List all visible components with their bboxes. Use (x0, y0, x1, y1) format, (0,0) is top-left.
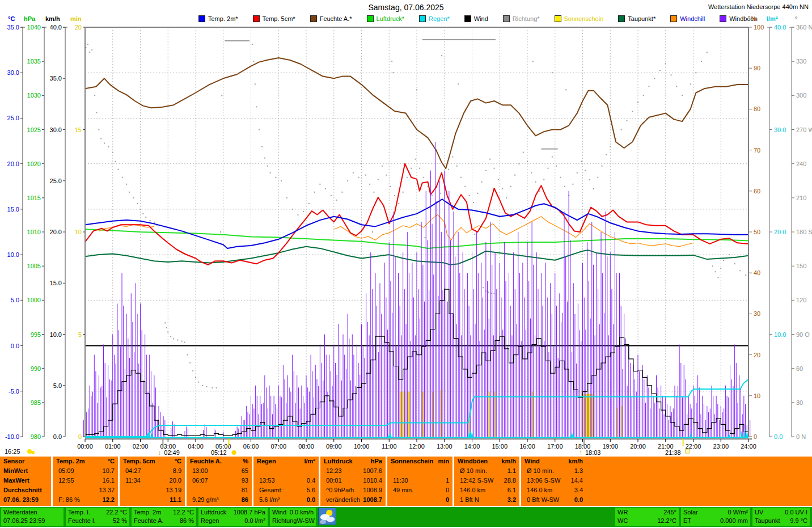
svg-text:13:00: 13:00 (437, 443, 452, 450)
svg-text:04:00: 04:00 (188, 443, 204, 450)
svg-text:21:38: 21:38 (665, 449, 681, 456)
svg-text:1000: 1000 (27, 297, 41, 303)
svg-text:-5.0: -5.0 (9, 388, 19, 395)
svg-text:1030: 1030 (27, 92, 41, 99)
svg-text:22:00: 22:00 (686, 443, 701, 450)
stats-table: SensorMinWertMaxWertDurchschnitt07.06. 2… (0, 457, 812, 506)
svg-text:20.0: 20.0 (50, 229, 62, 235)
svg-text:60: 60 (754, 188, 760, 195)
stats-row-label: MaxWert (0, 476, 51, 485)
svg-text:11:00: 11:00 (382, 443, 397, 450)
svg-text:14:00: 14:00 (464, 443, 480, 450)
svg-text:995: 995 (31, 331, 41, 338)
svg-text:35.0: 35.0 (7, 24, 19, 31)
svg-text:10: 10 (754, 392, 760, 399)
svg-text:5: 5 (78, 331, 82, 338)
svg-text:990: 990 (31, 365, 41, 372)
svg-text:10:00: 10:00 (354, 443, 370, 450)
svg-text:1020: 1020 (27, 160, 41, 167)
status-box-2: Temp. 2m12.2 °CFeuchte A.86 % (132, 508, 196, 526)
svg-text:50: 50 (754, 229, 760, 235)
stats-row-label: Durchschnitt (0, 485, 51, 495)
svg-text:30: 30 (796, 399, 803, 406)
stats-col-regen: Regenl/m²13:530.4Gesamt:5.65.6 l/m²0.0 (252, 457, 319, 506)
svg-text:20.0: 20.0 (774, 229, 786, 235)
svg-text:02:00: 02:00 (133, 443, 149, 450)
svg-text:20: 20 (754, 352, 760, 358)
svg-text:1025: 1025 (27, 126, 41, 133)
stats-col-temp-5cm: Temp. 5cm°C04:278.911:3420.013.1911.1 (118, 457, 185, 506)
svg-text:150: 150 (796, 263, 806, 269)
svg-text:1035: 1035 (27, 58, 41, 65)
svg-text:02:49: 02:49 (164, 449, 180, 456)
svg-text:↑: ↑ (579, 449, 582, 457)
weather-chart: 00:0001:0002:0003:0004:0005:0006:0007:00… (0, 0, 812, 457)
svg-text:1005: 1005 (27, 263, 41, 269)
svg-text:210: 210 (796, 195, 806, 201)
svg-text:300: 300 (796, 92, 806, 99)
svg-text:0.0: 0.0 (53, 433, 62, 440)
svg-text:15: 15 (75, 126, 82, 133)
status-box-6: Solar0 W/m²ET0.000 mm (681, 508, 750, 526)
svg-text:0.0: 0.0 (774, 433, 783, 440)
svg-text:01:00: 01:00 (105, 443, 121, 450)
svg-text:18:03: 18:03 (585, 449, 601, 456)
status-box-4: Wind0.0 km/hRichtungW-SW (270, 508, 316, 526)
svg-text:20.0: 20.0 (7, 160, 19, 167)
svg-text:07:00: 07:00 (270, 443, 286, 450)
svg-text:06:00: 06:00 (243, 443, 259, 450)
stats-row-labels: SensorMinWertMaxWertDurchschnitt07.06. 2… (0, 457, 51, 506)
svg-text:15.0: 15.0 (50, 280, 62, 286)
svg-text:270 W: 270 W (796, 126, 812, 133)
status-box-5: WR245°WC12.2°C (615, 508, 679, 526)
stats-row-label: 07.06. 23:59 (0, 495, 51, 505)
svg-text:15.0: 15.0 (7, 206, 19, 213)
svg-text:35.0: 35.0 (50, 75, 62, 82)
svg-text:0.0: 0.0 (11, 343, 19, 349)
svg-text:40.0: 40.0 (774, 24, 786, 31)
svg-text:23:00: 23:00 (713, 443, 729, 450)
svg-text:240: 240 (796, 160, 806, 167)
svg-text:-10.0: -10.0 (5, 433, 19, 440)
svg-text:16:25: 16:25 (5, 448, 20, 455)
svg-text:15:00: 15:00 (492, 443, 508, 450)
svg-text:40: 40 (754, 269, 760, 276)
svg-text:180 S: 180 S (796, 229, 812, 235)
status-box-0: Wetterdaten07.06.25 23:59 (1, 508, 64, 526)
weather-app-window: Wetterstation Niedersorpe 440m NN Samsta… (0, 0, 812, 528)
stats-col-feuchte-a-: Feuchte A.%13:006506:0793819.29 g/m³86 (185, 457, 252, 506)
svg-text:10: 10 (75, 229, 82, 235)
stats-col-luftdruck: LuftdruckhPa12:231007.600:011010.4^0.9hP… (319, 457, 386, 506)
svg-text:10.0: 10.0 (7, 251, 19, 258)
stats-col-windb-en: Windböenkm/hØ 10 min.1.112:42 S-SW28.814… (452, 457, 519, 506)
svg-text:12:00: 12:00 (409, 443, 425, 450)
svg-text:08:00: 08:00 (298, 443, 314, 450)
svg-text:980: 980 (31, 433, 41, 440)
svg-text:1015: 1015 (27, 195, 41, 201)
svg-text:17:00: 17:00 (547, 443, 563, 450)
svg-text:0 N: 0 N (796, 433, 806, 440)
svg-text:30.0: 30.0 (50, 126, 62, 133)
svg-text:30.0: 30.0 (774, 126, 786, 133)
svg-text:40.0: 40.0 (50, 24, 62, 31)
svg-text:5.0: 5.0 (11, 297, 19, 303)
svg-text:120: 120 (796, 297, 806, 303)
svg-text:985: 985 (31, 399, 41, 406)
status-box-3: Luftdruck1008.7 hPaRegen0.0 l/m² (198, 508, 268, 526)
svg-text:05:12: 05:12 (211, 449, 227, 456)
svg-text:19:00: 19:00 (602, 443, 618, 450)
svg-text:5.0: 5.0 (53, 382, 62, 389)
svg-text:80: 80 (754, 105, 760, 112)
svg-text:10.0: 10.0 (774, 331, 786, 338)
svg-text:0: 0 (78, 433, 82, 440)
status-box-1: Temp. I.22.2 °CFeuchte I.52 % (66, 508, 129, 526)
status-bar: Wetterdaten07.06.25 23:59Temp. I.22.2 °C… (0, 507, 812, 527)
svg-text:70: 70 (754, 147, 760, 154)
svg-text:24:00: 24:00 (741, 443, 756, 450)
svg-text:90: 90 (754, 65, 760, 71)
svg-text:90 O: 90 O (796, 331, 810, 338)
svg-text:60: 60 (796, 365, 803, 372)
stats-col-sonnenschein: Sonnenscheinmin11:30149 min.00 (386, 457, 452, 506)
svg-text:20: 20 (75, 24, 82, 31)
status-box-7: UV0.0 UV-ITaupunkt9.9 °C (752, 508, 810, 526)
